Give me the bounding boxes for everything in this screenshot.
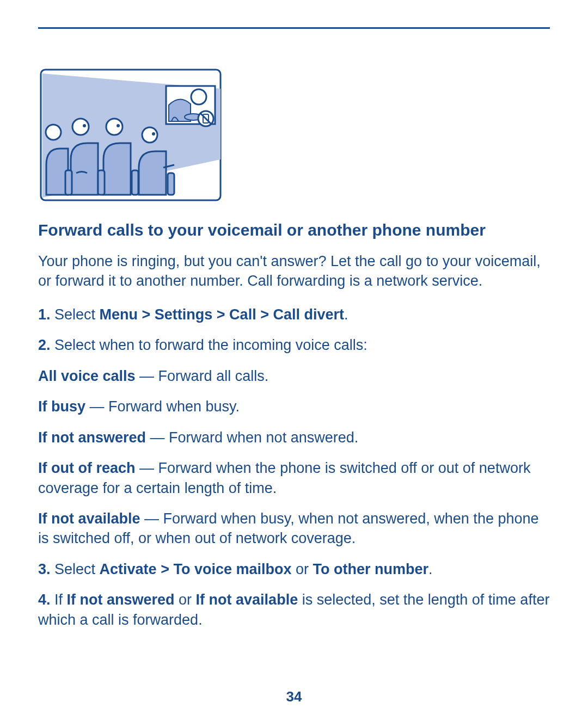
step-number: 3. (38, 561, 51, 577)
step-number: 1. (38, 306, 51, 323)
step-number: 4. (38, 592, 51, 608)
step-4: 4. If If not answered or If not availabl… (38, 590, 550, 630)
step-text: If (51, 592, 67, 608)
cinema-illustration (38, 67, 223, 203)
step-1: 1. Select Menu > Settings > Call > Call … (38, 305, 550, 324)
intro-text: Your phone is ringing, but you can't ans… (38, 251, 550, 291)
option-desc: — Forward all calls. (136, 368, 269, 384)
inline-bold: If not answered (67, 592, 175, 608)
option-if-out-of-reach: If out of reach — Forward when the phone… (38, 458, 550, 498)
svg-point-11 (83, 124, 86, 127)
svg-point-4 (191, 89, 206, 104)
option-label: If not answered (38, 429, 146, 446)
menu-path: Activate > To voice mailbox (100, 561, 292, 577)
page-number: 34 (0, 688, 588, 705)
step-3: 3. Select Activate > To voice mailbox or… (38, 559, 550, 579)
svg-rect-18 (132, 170, 138, 195)
step-2: 2. Select when to forward the incoming v… (38, 335, 550, 355)
svg-point-13 (117, 124, 120, 127)
svg-point-10 (72, 119, 89, 135)
svg-point-12 (106, 119, 122, 135)
manual-page: Forward calls to your voicemail or anoth… (0, 0, 588, 727)
top-rule (38, 27, 550, 29)
step-text: Select (51, 306, 100, 323)
step-number: 2. (38, 337, 51, 353)
option-if-not-answered: If not answered — Forward when not answe… (38, 428, 550, 447)
step-text: . (428, 561, 433, 577)
svg-rect-17 (98, 170, 105, 195)
svg-rect-19 (168, 173, 174, 195)
svg-point-14 (142, 127, 157, 143)
step-text: . (344, 306, 348, 323)
option-if-busy: If busy — Forward when busy. (38, 397, 550, 416)
step-text: or (291, 561, 313, 577)
menu-path: Menu > Settings > Call > Call divert (100, 306, 344, 323)
option-desc: — Forward when not answered. (146, 429, 358, 446)
option-label: If out of reach (38, 460, 136, 476)
svg-point-9 (46, 125, 61, 140)
menu-path: To other number (313, 561, 428, 577)
option-if-not-available: If not available — Forward when busy, wh… (38, 509, 550, 549)
inline-bold: If not available (196, 592, 298, 608)
svg-point-15 (152, 132, 155, 135)
section-title: Forward calls to your voicemail or anoth… (38, 219, 550, 241)
option-desc: — Forward when busy. (85, 398, 240, 415)
svg-rect-16 (65, 170, 72, 195)
option-label: If busy (38, 398, 85, 415)
option-all-voice-calls: All voice calls — Forward all calls. (38, 366, 550, 386)
step-text: Select when to forward the incoming voic… (51, 337, 367, 353)
step-text: or (175, 592, 196, 608)
option-label: If not available (38, 510, 140, 527)
step-text: Select (51, 561, 100, 577)
option-label: All voice calls (38, 368, 136, 384)
